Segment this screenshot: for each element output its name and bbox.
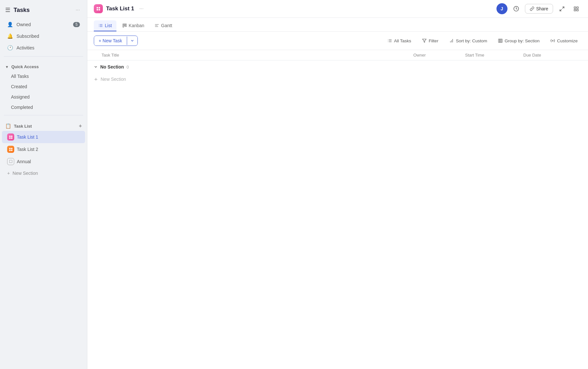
layout-icon[interactable]	[571, 3, 582, 14]
task-list-label: Task List	[14, 124, 32, 129]
svg-rect-18	[576, 9, 578, 11]
task-list-header: 📋 Task List +	[0, 120, 87, 131]
task-list-icon: 📋	[5, 123, 11, 129]
svg-rect-42	[500, 39, 501, 43]
tab-kanban-label: Kanban	[129, 23, 144, 28]
sidebar-item-assigned[interactable]: Assigned	[2, 92, 85, 102]
main-content: Task List 1 ··· J Share	[87, 0, 588, 369]
svg-point-44	[552, 40, 553, 41]
svg-rect-2	[9, 137, 10, 139]
no-section-label: No Section	[100, 64, 124, 69]
task-list-1-icon	[7, 133, 14, 141]
main-title-area: Task List 1 ···	[94, 4, 493, 13]
group-label: Group by: Section	[505, 38, 539, 43]
tab-gantt-label: Gantt	[161, 23, 172, 28]
svg-rect-0	[9, 135, 10, 137]
main-title: Task List 1	[106, 5, 134, 12]
svg-rect-16	[576, 7, 578, 8]
sidebar-item-activities[interactable]: 🕐 Activities	[2, 42, 85, 54]
section-no-section[interactable]: No Section 0	[87, 60, 588, 73]
new-task-main[interactable]: + New Task	[94, 36, 127, 46]
sidebar-owned-label: Owned	[16, 22, 31, 27]
svg-rect-26	[124, 24, 125, 26]
svg-rect-41	[498, 39, 500, 43]
all-tasks-button[interactable]: All Tasks	[384, 36, 415, 46]
content-area: Task Title Owner Start Time Due Date No …	[87, 50, 588, 369]
new-task-dropdown[interactable]	[127, 37, 137, 45]
created-label: Created	[11, 84, 27, 89]
svg-rect-11	[99, 9, 100, 10]
add-new-section-btn[interactable]: New Section	[87, 73, 588, 85]
tab-list-label: List	[105, 23, 112, 28]
main-list-icon	[94, 4, 103, 13]
customize-button[interactable]: Customize	[547, 36, 582, 46]
all-tasks-label: All Tasks	[11, 74, 29, 79]
sidebar-new-section-btn[interactable]: + New Section	[2, 168, 85, 178]
sidebar-item-task-list-2[interactable]: Task List 2	[2, 143, 85, 155]
header-actions: J Share	[496, 3, 582, 14]
svg-rect-4	[9, 148, 10, 149]
expand-icon[interactable]	[556, 3, 567, 14]
quick-access-chevron-icon[interactable]: ▼	[5, 65, 9, 69]
main-header: Task List 1 ··· J Share	[87, 0, 588, 18]
tab-list[interactable]: List	[94, 20, 116, 31]
svg-rect-1	[11, 135, 12, 137]
task-list-2-icon	[7, 146, 14, 153]
column-task-title: Task Title	[94, 53, 413, 58]
sidebar-title: Tasks	[14, 7, 30, 14]
sidebar-item-owned[interactable]: 👤 Owned 5	[2, 19, 85, 30]
sort-label: Sort by: Custom	[456, 38, 487, 43]
tab-kanban[interactable]: Kanban	[118, 20, 149, 31]
quick-access-header: ▼ Quick Access	[0, 61, 87, 71]
all-tasks-label: All Tasks	[394, 38, 411, 43]
column-headers: Task Title Owner Start Time Due Date	[87, 50, 588, 60]
svg-rect-6	[9, 150, 10, 151]
filter-button[interactable]: Filter	[418, 36, 442, 46]
sidebar: ☰ Tasks ··· 👤 Owned 5 🔔 Subscribed 🕐 Act…	[0, 0, 87, 369]
task-list-2-label: Task List 2	[17, 147, 38, 152]
svg-rect-3	[11, 137, 12, 139]
svg-marker-37	[423, 39, 427, 43]
sidebar-item-completed[interactable]: Completed	[2, 102, 85, 112]
share-label: Share	[536, 6, 548, 11]
toolbar: + New Task All Tasks F	[87, 32, 588, 50]
activities-icon: 🕐	[7, 45, 13, 51]
svg-rect-8	[97, 7, 98, 8]
tab-gantt[interactable]: Gantt	[150, 20, 177, 31]
quick-access-label: Quick Access	[11, 64, 39, 69]
avatar[interactable]: J	[496, 3, 507, 14]
sidebar-item-task-list-1[interactable]: Task List 1	[2, 131, 85, 143]
svg-rect-25	[123, 24, 124, 27]
column-owner: Owner	[413, 53, 465, 58]
svg-line-13	[562, 7, 564, 8]
history-icon[interactable]	[511, 3, 522, 14]
group-button[interactable]: Group by: Section	[494, 36, 543, 46]
sidebar-item-all-tasks[interactable]: All Tasks	[2, 71, 85, 81]
subscribed-icon: 🔔	[7, 33, 13, 39]
customize-label: Customize	[557, 38, 578, 43]
no-section-count: 0	[126, 65, 129, 69]
new-task-label: + New Task	[99, 38, 122, 43]
sidebar-item-subscribed[interactable]: 🔔 Subscribed	[2, 30, 85, 42]
annual-label: Annual	[17, 159, 31, 164]
column-due-date: Due Date	[523, 53, 582, 58]
column-start-time: Start Time	[465, 53, 523, 58]
svg-rect-15	[574, 7, 576, 8]
svg-rect-7	[11, 150, 12, 151]
sidebar-divider-2	[4, 115, 83, 115]
sidebar-item-annual[interactable]: ☐ Annual	[2, 155, 85, 168]
sidebar-header: ☰ Tasks ···	[0, 4, 87, 19]
sort-button[interactable]: Sort by: Custom	[445, 36, 491, 46]
sidebar-item-created[interactable]: Created	[2, 81, 85, 92]
sidebar-divider-1	[4, 56, 83, 57]
add-task-list-icon[interactable]: +	[79, 123, 82, 129]
main-more-icon[interactable]: ···	[137, 5, 146, 13]
svg-rect-10	[97, 9, 98, 10]
svg-rect-17	[574, 9, 576, 11]
sidebar-more-icon[interactable]: ···	[74, 6, 82, 14]
svg-rect-9	[99, 7, 100, 8]
new-task-button[interactable]: + New Task	[94, 36, 138, 46]
share-button[interactable]: Share	[525, 4, 553, 14]
svg-rect-27	[125, 24, 126, 27]
sidebar-collapse-icon[interactable]: ☰	[5, 6, 10, 14]
